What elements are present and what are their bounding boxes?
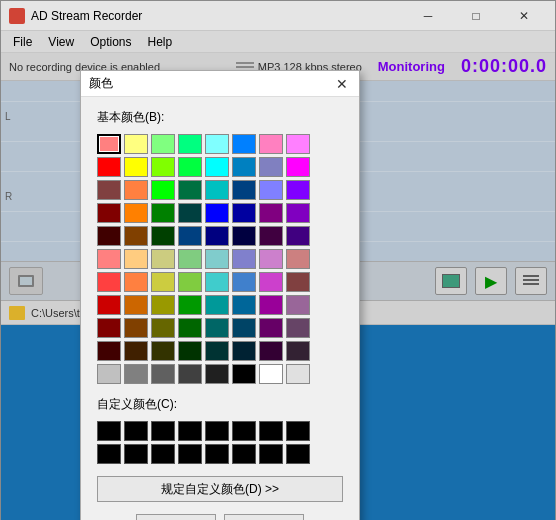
basic-color-swatch[interactable] <box>178 364 202 384</box>
basic-color-swatch[interactable] <box>286 203 310 223</box>
basic-color-swatch[interactable] <box>178 203 202 223</box>
basic-color-swatch[interactable] <box>259 318 283 338</box>
basic-color-swatch[interactable] <box>205 226 229 246</box>
basic-color-swatch[interactable] <box>259 295 283 315</box>
basic-color-swatch[interactable] <box>232 318 256 338</box>
basic-color-swatch[interactable] <box>178 318 202 338</box>
custom-color-swatch[interactable] <box>97 421 121 441</box>
basic-color-swatch[interactable] <box>232 295 256 315</box>
basic-color-swatch[interactable] <box>259 341 283 361</box>
basic-color-swatch[interactable] <box>286 134 310 154</box>
basic-color-swatch[interactable] <box>124 318 148 338</box>
basic-color-swatch[interactable] <box>178 180 202 200</box>
custom-color-swatch[interactable] <box>124 421 148 441</box>
basic-color-swatch[interactable] <box>151 364 175 384</box>
basic-color-swatch[interactable] <box>178 157 202 177</box>
basic-color-swatch[interactable] <box>205 249 229 269</box>
basic-color-swatch[interactable] <box>232 203 256 223</box>
custom-color-swatch[interactable] <box>151 421 175 441</box>
basic-color-swatch[interactable] <box>124 226 148 246</box>
basic-color-swatch[interactable] <box>151 180 175 200</box>
basic-color-swatch[interactable] <box>124 180 148 200</box>
basic-color-swatch[interactable] <box>97 157 121 177</box>
basic-color-swatch[interactable] <box>259 249 283 269</box>
basic-color-swatch[interactable] <box>97 318 121 338</box>
basic-color-swatch[interactable] <box>151 203 175 223</box>
basic-color-swatch[interactable] <box>97 180 121 200</box>
basic-color-swatch[interactable] <box>124 364 148 384</box>
basic-color-swatch[interactable] <box>205 318 229 338</box>
dialog-close-button[interactable]: ✕ <box>333 75 351 93</box>
basic-color-swatch[interactable] <box>205 134 229 154</box>
basic-color-swatch[interactable] <box>286 249 310 269</box>
basic-color-swatch[interactable] <box>232 134 256 154</box>
basic-color-swatch[interactable] <box>124 341 148 361</box>
basic-color-swatch[interactable] <box>178 134 202 154</box>
custom-color-swatch[interactable] <box>205 421 229 441</box>
basic-color-swatch[interactable] <box>286 272 310 292</box>
basic-color-swatch[interactable] <box>232 341 256 361</box>
basic-color-swatch[interactable] <box>286 364 310 384</box>
custom-color-swatch[interactable] <box>232 444 256 464</box>
cancel-button[interactable]: 取消 <box>224 514 304 520</box>
custom-color-swatch[interactable] <box>97 444 121 464</box>
custom-color-swatch[interactable] <box>286 444 310 464</box>
basic-color-swatch[interactable] <box>151 226 175 246</box>
basic-color-swatch[interactable] <box>205 203 229 223</box>
basic-color-swatch[interactable] <box>259 180 283 200</box>
basic-color-swatch[interactable] <box>259 226 283 246</box>
basic-color-swatch[interactable] <box>97 341 121 361</box>
basic-color-swatch[interactable] <box>286 157 310 177</box>
custom-color-swatch[interactable] <box>124 444 148 464</box>
basic-color-swatch[interactable] <box>178 272 202 292</box>
basic-color-swatch[interactable] <box>124 203 148 223</box>
basic-color-swatch[interactable] <box>124 249 148 269</box>
basic-color-swatch[interactable] <box>286 180 310 200</box>
basic-color-swatch[interactable] <box>97 249 121 269</box>
basic-color-swatch[interactable] <box>97 295 121 315</box>
basic-color-swatch[interactable] <box>205 272 229 292</box>
basic-color-swatch[interactable] <box>232 249 256 269</box>
basic-color-swatch[interactable] <box>124 272 148 292</box>
basic-color-swatch[interactable] <box>205 295 229 315</box>
basic-color-swatch[interactable] <box>232 180 256 200</box>
basic-color-swatch[interactable] <box>259 134 283 154</box>
basic-color-swatch[interactable] <box>151 249 175 269</box>
custom-color-swatch[interactable] <box>205 444 229 464</box>
basic-color-swatch[interactable] <box>286 295 310 315</box>
basic-color-swatch[interactable] <box>232 272 256 292</box>
basic-color-swatch[interactable] <box>232 364 256 384</box>
custom-color-swatch[interactable] <box>151 444 175 464</box>
basic-color-swatch[interactable] <box>151 134 175 154</box>
basic-color-swatch[interactable] <box>232 157 256 177</box>
basic-color-swatch[interactable] <box>259 157 283 177</box>
basic-color-swatch[interactable] <box>178 341 202 361</box>
custom-color-swatch[interactable] <box>232 421 256 441</box>
basic-color-swatch[interactable] <box>286 226 310 246</box>
basic-color-swatch[interactable] <box>151 157 175 177</box>
basic-color-swatch[interactable] <box>97 272 121 292</box>
basic-color-swatch[interactable] <box>205 364 229 384</box>
custom-color-swatch[interactable] <box>286 421 310 441</box>
custom-color-swatch[interactable] <box>178 444 202 464</box>
basic-color-swatch[interactable] <box>205 341 229 361</box>
custom-color-swatch[interactable] <box>178 421 202 441</box>
basic-color-swatch[interactable] <box>151 272 175 292</box>
basic-color-swatch[interactable] <box>259 272 283 292</box>
basic-color-swatch[interactable] <box>124 134 148 154</box>
basic-color-swatch[interactable] <box>151 295 175 315</box>
basic-color-swatch[interactable] <box>205 180 229 200</box>
basic-color-swatch[interactable] <box>178 295 202 315</box>
basic-color-swatch[interactable] <box>151 341 175 361</box>
basic-color-swatch[interactable] <box>124 295 148 315</box>
custom-color-swatch[interactable] <box>259 421 283 441</box>
basic-color-swatch[interactable] <box>232 226 256 246</box>
basic-color-swatch[interactable] <box>178 226 202 246</box>
custom-color-swatch[interactable] <box>259 444 283 464</box>
basic-color-swatch[interactable] <box>124 157 148 177</box>
define-custom-colors-button[interactable]: 规定自定义颜色(D) >> <box>97 476 343 502</box>
basic-color-swatch[interactable] <box>259 203 283 223</box>
basic-color-swatch[interactable] <box>151 318 175 338</box>
basic-color-swatch[interactable] <box>97 364 121 384</box>
basic-color-swatch[interactable] <box>178 249 202 269</box>
